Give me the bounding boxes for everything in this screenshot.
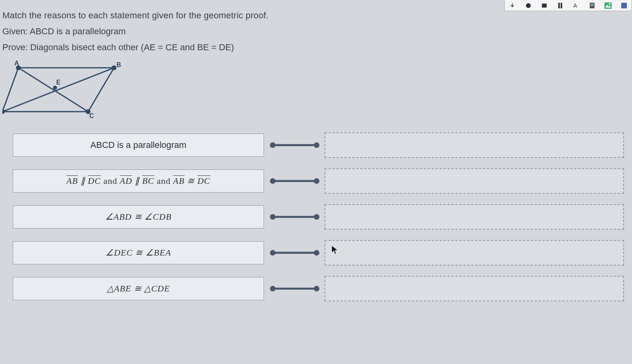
connector[interactable] (269, 179, 321, 183)
vertex-c-label: C (89, 112, 94, 119)
match-row: △ABE ≅ △CDE (13, 276, 624, 301)
svg-point-0 (526, 3, 531, 8)
text-a-icon[interactable]: A (572, 1, 581, 10)
svg-line-13 (18, 68, 88, 112)
instruction-text: Match the reasons to each statement give… (2, 10, 628, 21)
connector[interactable] (269, 287, 321, 290)
cursor-icon (331, 245, 339, 257)
prove-label: Prove: (2, 42, 28, 52)
connector[interactable] (269, 215, 321, 218)
vertex-b-label: B (116, 61, 121, 68)
document-icon[interactable] (588, 1, 597, 10)
connector[interactable] (269, 144, 321, 147)
image-icon[interactable] (604, 1, 612, 10)
match-row: AB ∥ DC and AD ∥ BC and AB ≅ DC (13, 168, 624, 194)
connector[interactable] (269, 251, 321, 254)
statement-box[interactable]: ∠ABD ≅ ∠CDB (13, 205, 264, 228)
given-label: Given: (2, 26, 28, 36)
line-icon[interactable] (556, 1, 565, 10)
given-line: Given: ABCD is a parallelogram (2, 26, 628, 37)
svg-point-16 (112, 65, 116, 70)
shape-icon[interactable] (524, 1, 533, 10)
reason-dropzone[interactable] (325, 240, 624, 266)
reason-dropzone[interactable] (325, 132, 624, 158)
reason-dropzone[interactable] (325, 168, 624, 194)
prove-line: Prove: Diagonals bisect each other (AE =… (2, 42, 628, 53)
vertex-e-label: E (56, 79, 61, 86)
given-text: ABCD is a parallelogram (30, 26, 126, 36)
svg-rect-3 (561, 3, 562, 8)
svg-rect-7 (591, 5, 594, 6)
statement-box[interactable]: ABCD is a parallelogram (13, 134, 264, 157)
match-row: ABCD is a parallelogram (13, 132, 624, 158)
match-row: ∠DEC ≅ ∠BEA (13, 240, 624, 266)
floating-toolbar: A (504, 0, 632, 11)
svg-rect-2 (558, 3, 560, 8)
reason-dropzone[interactable] (325, 276, 624, 301)
down-arrow-icon[interactable] (508, 1, 517, 10)
parallelogram-figure: A B C E (2, 60, 628, 121)
svg-text:A: A (573, 2, 577, 9)
statement-box[interactable]: △ABE ≅ △CDE (13, 277, 264, 300)
vertex-a-label: A (14, 60, 19, 67)
match-row: ∠ABD ≅ ∠CDB (13, 204, 624, 230)
svg-point-19 (53, 86, 57, 90)
rect-icon[interactable] (540, 1, 549, 10)
svg-point-18 (2, 109, 5, 114)
svg-rect-11 (621, 3, 627, 8)
svg-rect-6 (591, 4, 594, 5)
svg-rect-1 (542, 4, 547, 8)
svg-line-14 (2, 68, 114, 112)
statement-box[interactable]: AB ∥ DC and AD ∥ BC and AB ≅ DC (13, 169, 264, 193)
prove-text: Diagonals bisect each other (AE = CE and… (30, 42, 234, 52)
question-content: Match the reasons to each statement give… (0, 0, 632, 301)
help-icon[interactable] (620, 1, 628, 10)
statement-box[interactable]: ∠DEC ≅ ∠BEA (13, 241, 264, 264)
svg-rect-8 (604, 2, 612, 9)
svg-point-10 (609, 3, 610, 5)
reason-dropzone[interactable] (325, 204, 624, 230)
match-rows: ABCD is a parallelogramAB ∥ DC and AD ∥ … (2, 132, 628, 301)
